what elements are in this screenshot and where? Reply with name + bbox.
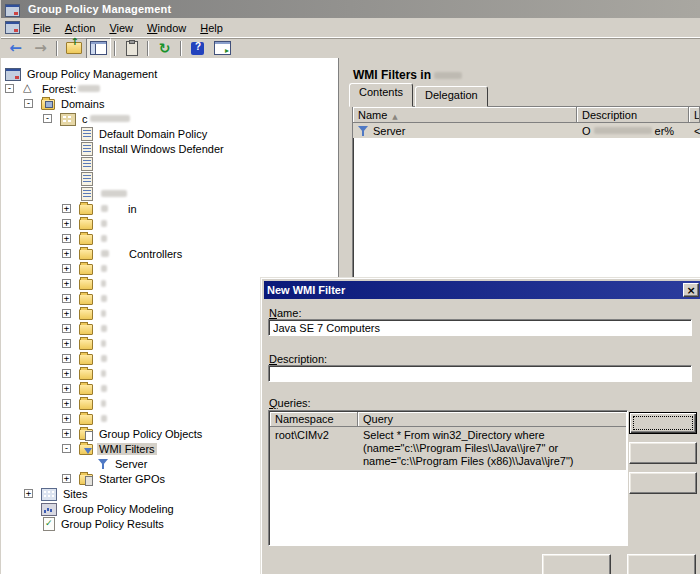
- redacted-text: [101, 370, 106, 377]
- column-header-l[interactable]: L: [689, 107, 700, 123]
- expand-icon[interactable]: +: [62, 264, 71, 273]
- tree-item-forest[interactable]: -Forest:: [1, 81, 338, 96]
- expand-icon[interactable]: +: [62, 219, 71, 228]
- close-icon[interactable]: ×: [683, 283, 699, 297]
- expand-icon[interactable]: +: [62, 309, 71, 318]
- forest-icon: [22, 83, 36, 95]
- tree-item-ou-redacted-5[interactable]: +: [1, 261, 338, 276]
- forward-icon: →: [34, 41, 47, 56]
- back-icon: ←: [9, 41, 22, 56]
- refresh-button[interactable]: ↻: [152, 38, 177, 59]
- results-icon: [43, 517, 55, 531]
- toolbar-separator: [147, 41, 149, 56]
- properties-button[interactable]: [119, 38, 144, 59]
- menu-help[interactable]: Help: [193, 20, 230, 36]
- expand-icon[interactable]: +: [62, 294, 71, 303]
- description-input[interactable]: [268, 365, 692, 382]
- show-console-tree-button[interactable]: [86, 38, 111, 59]
- tab-contents[interactable]: Contents: [349, 83, 413, 107]
- expand-icon[interactable]: +: [62, 354, 71, 363]
- row-description-start: O: [582, 125, 591, 137]
- up-one-level-icon: [66, 42, 82, 54]
- query-namespace: root\CIMv2: [270, 427, 358, 470]
- tree-item-domain[interactable]: -c: [1, 111, 338, 126]
- expand-icon[interactable]: +: [62, 399, 71, 408]
- tree-item-default-domain-policy[interactable]: Default Domain Policy: [1, 126, 338, 141]
- expand-icon[interactable]: +: [62, 234, 71, 243]
- tab-strip: ContentsDelegation: [349, 87, 490, 107]
- column-header-description[interactable]: Description: [577, 107, 689, 123]
- query-row[interactable]: root\CIMv2 Select * From win32_Directory…: [270, 427, 626, 470]
- wmi-filter-row-server[interactable]: Server O er% <: [353, 123, 700, 138]
- refresh-icon: ↻: [159, 41, 171, 55]
- edit-button[interactable]: [629, 472, 697, 494]
- expand-icon[interactable]: +: [24, 489, 33, 498]
- tree-item-label: Starter GPOs: [97, 473, 167, 485]
- expand-icon[interactable]: +: [62, 414, 71, 423]
- tree-item-domains[interactable]: -Domains: [1, 96, 338, 111]
- application-window: Group Policy Management FileActionViewWi…: [0, 0, 700, 574]
- expand-icon[interactable]: +: [62, 429, 71, 438]
- expand-icon[interactable]: +: [62, 369, 71, 378]
- add-button[interactable]: [629, 412, 697, 434]
- tree-item-gpo-redacted-1[interactable]: [1, 156, 338, 171]
- menu-action[interactable]: Action: [58, 20, 103, 36]
- expand-icon[interactable]: +: [62, 474, 71, 483]
- tree-item-label: WMI Filters: [97, 443, 157, 455]
- expand-icon[interactable]: +: [62, 204, 71, 213]
- dialog-title: New WMI Filter: [267, 284, 683, 296]
- tree-item-ou-redacted-2[interactable]: +: [1, 216, 338, 231]
- modeling-icon: [41, 503, 57, 516]
- tree-item-label: Group Policy Modeling: [61, 503, 176, 515]
- expand-icon[interactable]: +: [62, 279, 71, 288]
- collapse-icon[interactable]: -: [62, 444, 71, 453]
- menu-view[interactable]: View: [102, 20, 140, 36]
- column-header-name[interactable]: Name: [353, 107, 577, 123]
- collapse-icon[interactable]: -: [24, 99, 33, 108]
- cancel-button[interactable]: [627, 554, 696, 574]
- tree-item-label: Group Policy Results: [59, 518, 166, 530]
- expand-icon[interactable]: +: [62, 249, 71, 258]
- redacted-text: [101, 220, 107, 227]
- tree-item-label: Group Policy Management: [25, 68, 159, 80]
- wmi-filter-icon: [98, 458, 109, 470]
- gpo-icon: [81, 157, 93, 171]
- redacted-text: [101, 295, 107, 302]
- tree-item-install-windows-defender[interactable]: Install Windows Defender: [1, 141, 338, 156]
- column-header-query[interactable]: Query: [358, 412, 626, 427]
- folder-starter-icon: [79, 474, 93, 485]
- toolbar-separator: [114, 41, 116, 56]
- tree-item-ou-redacted-4[interactable]: +Controllers: [1, 246, 338, 261]
- remove-button[interactable]: [629, 442, 697, 464]
- tree-item-group-policy-management[interactable]: Group Policy Management: [1, 66, 338, 81]
- folder-icon: [79, 264, 93, 275]
- column-header-namespace[interactable]: Namespace: [270, 412, 358, 427]
- help-button[interactable]: [185, 38, 210, 59]
- tree-item-ou-redacted-3[interactable]: +: [1, 231, 338, 246]
- expand-icon[interactable]: +: [62, 384, 71, 393]
- collapse-icon[interactable]: -: [43, 114, 52, 123]
- expand-icon[interactable]: +: [62, 324, 71, 333]
- menu-file[interactable]: File: [26, 20, 58, 36]
- gpo-icon: [81, 187, 93, 201]
- save-button[interactable]: [542, 554, 611, 574]
- window-titlebar[interactable]: Group Policy Management: [1, 0, 700, 18]
- back-button[interactable]: ←: [3, 38, 28, 59]
- name-input[interactable]: [268, 319, 692, 336]
- help-icon: [191, 42, 204, 55]
- dialog-titlebar[interactable]: New WMI Filter ×: [264, 281, 700, 299]
- collapse-icon[interactable]: -: [5, 84, 14, 93]
- tree-item-label: Forest:: [40, 83, 78, 95]
- tab-delegation[interactable]: Delegation: [415, 86, 488, 107]
- menu-window[interactable]: Window: [140, 20, 193, 36]
- redacted-text: [101, 415, 107, 422]
- new-window-button[interactable]: [210, 38, 235, 59]
- tree-item-gpo-redacted-3[interactable]: [1, 186, 338, 201]
- expand-icon[interactable]: +: [62, 339, 71, 348]
- folder-icon: [79, 414, 93, 425]
- tree-item-ou-redacted-1[interactable]: +in: [1, 201, 338, 216]
- forward-button[interactable]: →: [28, 38, 53, 59]
- up-one-level-button[interactable]: [61, 38, 86, 59]
- tree-item-gpo-redacted-2[interactable]: [1, 171, 338, 186]
- show-console-tree-icon: [90, 41, 107, 55]
